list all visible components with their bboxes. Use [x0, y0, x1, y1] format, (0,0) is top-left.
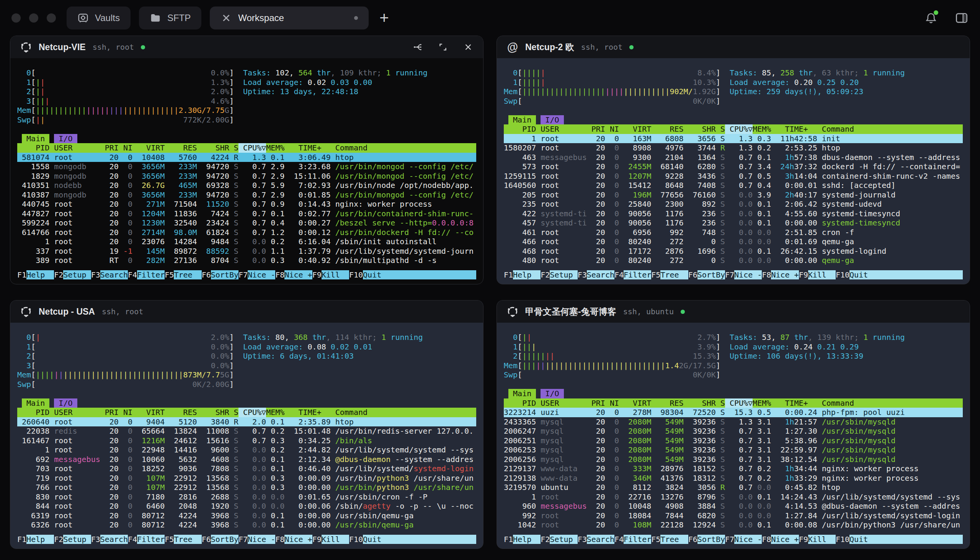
process-row[interactable]: 1558mongodb2003656M233M94720S0.72.93:23.… [17, 162, 476, 172]
column-header-shr[interactable]: SHR [197, 143, 229, 153]
process-row[interactable]: 1042root200108M2212812924S0.00.10:00.08/… [504, 520, 963, 530]
fnkey-f10[interactable]: F10Quit [349, 270, 476, 280]
expand-icon[interactable] [438, 42, 448, 52]
process-row[interactable]: 2006256mysql2002080M549M39236S0.73.138:1… [504, 455, 963, 464]
column-header-time[interactable]: TIME+ [289, 143, 330, 153]
process-row[interactable]: 410351nodebb20026.7G465M69328S0.75.97:02… [17, 181, 476, 190]
fnkey-f2[interactable]: F2Setup [540, 535, 577, 544]
process-row[interactable]: 1root20022948144169600S0.00.22:44.82/usr… [17, 445, 476, 455]
fnkey-f7[interactable]: F7Nice - [238, 535, 275, 544]
column-header-user[interactable]: USER [536, 398, 587, 408]
process-row[interactable]: 468root2001717228761696S0.00.126:42.15sy… [504, 247, 963, 256]
process-row[interactable]: 422systemd-ti200900561176236S0.00.14:55.… [504, 209, 963, 218]
column-header-mem-percent[interactable]: MEM% [753, 124, 776, 134]
pane-header[interactable]: Netcup - USAssh, root [10, 300, 483, 323]
process-row[interactable]: 1259115root2001207M92283436S0.70.53h14:0… [504, 172, 963, 181]
column-header-pid[interactable]: PID [504, 398, 536, 408]
htop-tab-io[interactable]: I/O [54, 134, 77, 143]
process-row[interactable]: 457systemd-ti200900561176236S0.00.10:00.… [504, 218, 963, 228]
process-row[interactable]: 22038redis200656641382411008S0.70.215:01… [17, 427, 476, 436]
fnkey-f5[interactable]: F5Tree [165, 270, 202, 280]
process-row-selected[interactable]: 260640root200940451203840R2.00.12:35.89h… [17, 417, 476, 427]
process-row[interactable]: 389rootRT0282M271368704S0.00.30:40.92/sb… [17, 256, 476, 265]
column-header-nice[interactable]: NI [605, 398, 619, 408]
process-row[interactable]: 1580207root200890849763744R1.30.22:53.25… [504, 143, 963, 153]
process-row[interactable]: 2006247mysql2002080M549M39236S0.73.11:27… [504, 427, 963, 436]
column-header-res[interactable]: RES [165, 143, 197, 153]
new-tab-button[interactable]: + [379, 10, 389, 26]
fnkey-f10[interactable]: F10Quit [349, 535, 476, 544]
process-row[interactable]: 6326root2008071242243968S0.00.10:00.00/u… [17, 520, 476, 530]
process-row[interactable]: 1root20022716132768796S0.00.114:24.43/us… [504, 492, 963, 502]
fnkey-f8[interactable]: F8Nice + [275, 535, 312, 544]
process-table-header[interactable]: PIDUSERPRINIVIRTRESSHRSCPU%▽MEM%TIME+Com… [504, 124, 963, 134]
process-row[interactable]: 410387mongodb2003656M233M94720S0.72.90:0… [17, 190, 476, 200]
column-header-mem-percent[interactable]: MEM% [753, 398, 776, 408]
column-header-pid[interactable]: PID [17, 143, 49, 153]
htop-tab-io[interactable]: I/O [54, 398, 77, 408]
column-header-time[interactable]: TIME+ [776, 124, 817, 134]
column-header-cpu-percent[interactable]: CPU%▽ [238, 143, 266, 153]
pane-header[interactable]: Netcup-VIEssh, root [10, 36, 483, 58]
process-row-selected[interactable]: 1root200163M68083656S1.30.311h42:58init [504, 134, 963, 143]
column-header-user[interactable]: USER [49, 408, 100, 417]
process-table-header[interactable]: PIDUSERPRINIVIRTRESSHRSCPU%▽MEM%TIME+Com… [17, 408, 476, 417]
column-header-shr[interactable]: SHR [684, 398, 716, 408]
traffic-light-zoom[interactable] [47, 13, 56, 23]
close-pane-icon[interactable] [463, 42, 473, 52]
fnkey-f10[interactable]: F10Quit [836, 535, 963, 544]
fnkey-f5[interactable]: F5Tree [651, 270, 688, 280]
fnkey-f3[interactable]: F3Search [578, 535, 614, 544]
fnkey-f9[interactable]: F9Kill [799, 535, 836, 544]
fnkey-f6[interactable]: F6SortBy [688, 270, 725, 280]
htop-tab-main[interactable]: Main [508, 115, 536, 125]
terminal-screen[interactable]: 0[||2.7%]1[|||3.9%]2[|||||||15.3%]Mem[||… [497, 323, 970, 548]
process-row[interactable]: 992root2001808478446820S0.00.01:27.84/us… [504, 511, 963, 520]
process-row[interactable]: 844root200646020481920S0.00.00:00.06/sbi… [17, 502, 476, 511]
broadcast-icon[interactable] [413, 42, 423, 52]
process-row[interactable]: 1640560root2001541286487408S0.70.40:00.0… [504, 181, 963, 190]
terminal-screen[interactable]: 0[|||||8.4%]1[|||||10.3%]Mem[|||||||||||… [497, 58, 970, 284]
fnkey-f5[interactable]: F5Tree [651, 535, 688, 544]
fnkey-f9[interactable]: F9Kill [799, 270, 836, 280]
column-header-state[interactable]: S [229, 408, 238, 417]
column-header-state[interactable]: S [229, 143, 238, 153]
column-header-state[interactable]: S [716, 124, 725, 134]
column-header-priority[interactable]: PRI [100, 408, 119, 417]
fnkey-f7[interactable]: F7Nice - [238, 270, 275, 280]
pane-header[interactable]: @Netcup-2 欧ssh, root [497, 36, 970, 58]
column-header-priority[interactable]: PRI [100, 143, 119, 153]
process-row[interactable]: 447827root2001204M118367424S0.70.10:02.7… [17, 209, 476, 218]
fnkey-f8[interactable]: F8Nice + [275, 270, 312, 280]
fnkey-f3[interactable]: F3Search [578, 270, 614, 280]
column-header-nice[interactable]: NI [119, 408, 132, 417]
htop-tab-main[interactable]: Main [22, 398, 49, 408]
fnkey-f7[interactable]: F7Nice - [725, 535, 762, 544]
column-header-virt[interactable]: VIRT [132, 143, 165, 153]
column-header-user[interactable]: USER [536, 124, 587, 134]
process-table-header[interactable]: PIDUSERPRINIVIRTRESSHRSCPU%▽MEM%TIME+Com… [17, 143, 476, 153]
column-header-mem-percent[interactable]: MEM% [266, 143, 289, 153]
column-header-virt[interactable]: VIRT [132, 408, 165, 417]
fnkey-f5[interactable]: F5Tree [165, 535, 202, 544]
fnkey-f2[interactable]: F2Setup [540, 270, 577, 280]
column-header-shr[interactable]: SHR [684, 124, 716, 134]
process-row[interactable]: 463messagebus200930021041364S0.70.11h57:… [504, 153, 963, 162]
column-header-pid[interactable]: PID [17, 408, 49, 417]
process-row[interactable]: 1root20023076142849484S0.00.26:16.04/sbi… [17, 237, 476, 247]
htop-tab-io[interactable]: I/O [540, 115, 563, 125]
fnkey-f9[interactable]: F9Kill [312, 270, 349, 280]
terminal-screen[interactable]: 0[|2.0%]1[0.0%]2[0.0%]3[0.0%]Mem[|||||||… [10, 323, 483, 548]
process-row[interactable]: 830root200718028162688S0.00.00:01.65/usr… [17, 492, 476, 502]
fnkey-f2[interactable]: F2Setup [54, 270, 91, 280]
column-header-virt[interactable]: VIRT [619, 398, 651, 408]
process-row[interactable]: 2433365mysql2002080M549M39236S1.33.11h21… [504, 417, 963, 427]
fnkey-f1[interactable]: F1Help [17, 270, 54, 280]
fnkey-f9[interactable]: F9Kill [312, 535, 349, 544]
column-header-command[interactable]: Command [331, 408, 476, 417]
fnkey-f2[interactable]: F2Setup [54, 535, 91, 544]
process-row[interactable]: 461root2006956992748S0.00.02:51.85cron -… [504, 228, 963, 237]
process-table-header[interactable]: PIDUSERPRINIVIRTRESSHRSCPU%▽MEM%TIME+Com… [504, 398, 963, 408]
process-row[interactable]: 719root200107M2291213568S0.00.30:00.09/u… [17, 473, 476, 483]
column-header-res[interactable]: RES [165, 408, 197, 417]
